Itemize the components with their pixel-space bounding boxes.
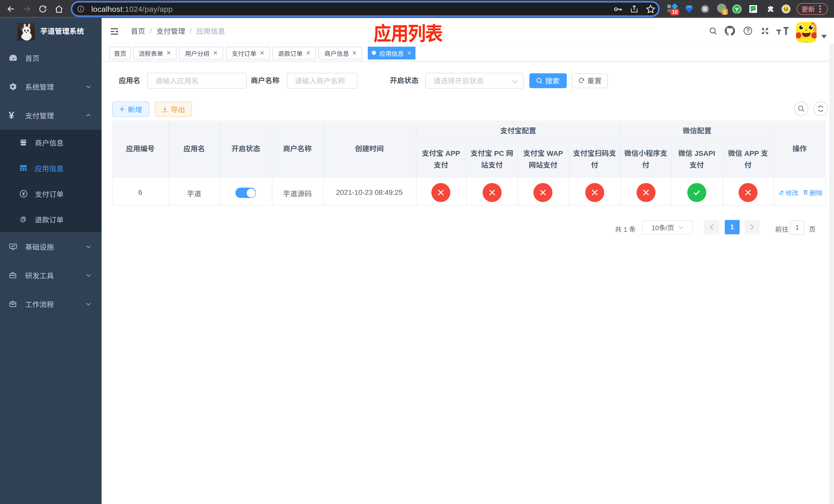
svg-text:10: 10 xyxy=(672,9,678,15)
svg-text:1: 1 xyxy=(723,9,726,15)
